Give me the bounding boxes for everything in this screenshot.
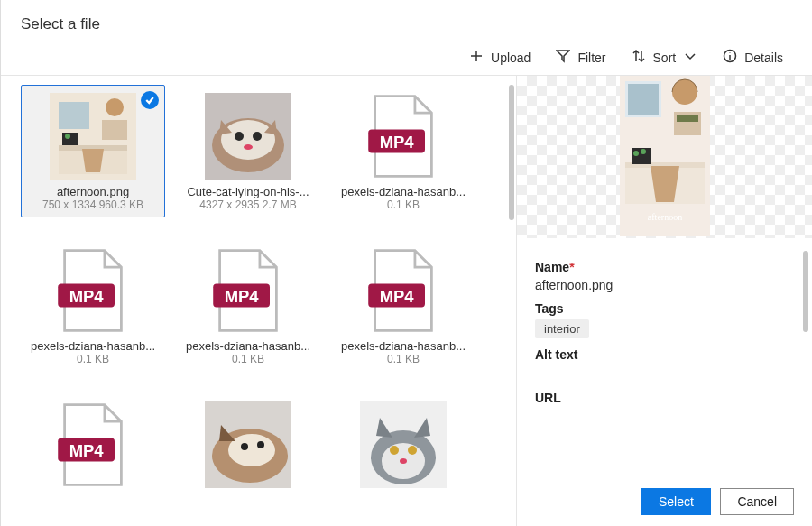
svg-point-3 (106, 98, 124, 116)
upload-button[interactable]: Upload (469, 49, 531, 66)
file-card[interactable]: MP4pexels-dziana-hasanb...0.1 KB (331, 239, 475, 372)
funnel-icon (556, 49, 570, 66)
detail-scrollbar[interactable] (803, 251, 808, 332)
svg-text:MP4: MP4 (225, 287, 260, 306)
file-meta: 750 x 1334 960.3 KB (42, 198, 143, 211)
file-thumb: MP4 (360, 93, 447, 180)
svg-rect-7 (62, 133, 78, 145)
svg-point-29 (257, 441, 264, 448)
sort-button[interactable]: Sort (632, 49, 698, 66)
file-name: pexels-dziana-hasanb... (31, 339, 155, 353)
details-button[interactable]: Details (723, 49, 783, 66)
details-label: Details (744, 51, 783, 65)
file-thumb: MP4 (205, 247, 291, 334)
file-card[interactable]: afternoon.png750 x 1334 960.3 KB (21, 85, 165, 217)
file-thumb (205, 93, 291, 180)
file-meta: 4327 x 2935 2.7 MB (199, 198, 296, 211)
file-thumb: MP4 (50, 401, 136, 488)
file-name: Cute-cat-lying-on-his-... (187, 185, 309, 198)
svg-point-27 (228, 434, 275, 466)
file-name: pexels-dziana-hasanb... (341, 339, 466, 353)
dialog-title: Select a file (21, 15, 100, 33)
sort-label: Sort (653, 51, 677, 65)
cancel-button[interactable]: Cancel (720, 488, 794, 515)
grid-scrollbar[interactable] (509, 85, 514, 220)
tag-chip[interactable]: interior (535, 319, 589, 338)
file-thumb: MP4 (50, 247, 136, 334)
svg-rect-2 (59, 102, 89, 129)
dialog-body: afternoon.png750 x 1334 960.3 KBCute-cat… (1, 76, 812, 526)
svg-text:afternoon: afternoon (647, 212, 681, 222)
file-card[interactable] (331, 393, 475, 500)
info-icon (723, 49, 737, 66)
side-panel: afternoon Name* afternoon.png Tags inter… (516, 76, 812, 526)
name-field-value[interactable]: afternoon.png (535, 278, 794, 292)
file-card[interactable]: MP4pexels-dziana-hasanb...0.1 KB (331, 85, 475, 217)
svg-rect-38 (628, 84, 659, 115)
svg-point-14 (244, 144, 253, 150)
file-name: afternoon.png (57, 185, 129, 198)
sort-icon (632, 49, 646, 66)
alttext-field-label: Alt text (535, 347, 794, 362)
svg-point-35 (400, 458, 407, 464)
file-card[interactable] (176, 393, 320, 500)
file-meta: 0.1 KB (232, 353, 264, 365)
svg-point-46 (641, 149, 646, 154)
svg-text:MP4: MP4 (69, 287, 105, 306)
file-meta: 0.1 KB (387, 198, 420, 211)
svg-text:MP4: MP4 (69, 441, 105, 460)
tags-field-label: Tags (535, 301, 794, 316)
chevron-down-icon (683, 49, 697, 66)
svg-point-45 (633, 151, 639, 156)
svg-point-12 (235, 132, 244, 141)
toolbar: Upload Filter Sort Details (1, 43, 812, 76)
svg-point-33 (390, 446, 399, 455)
plus-icon (469, 49, 484, 66)
file-thumb (205, 401, 291, 488)
url-field-label: URL (535, 391, 794, 405)
select-file-dialog: Select a file Upload Filter Sort Details… (0, 0, 812, 526)
file-name: pexels-dziana-hasanb... (186, 339, 310, 353)
file-card[interactable]: Cute-cat-lying-on-his-...4327 x 2935 2.7… (176, 85, 320, 217)
svg-rect-41 (677, 115, 698, 122)
file-thumb: MP4 (360, 247, 447, 334)
file-card[interactable]: MP4pexels-dziana-hasanb...0.1 KB (176, 239, 320, 372)
file-meta: 0.1 KB (387, 353, 420, 365)
preview-area: afternoon (517, 76, 812, 238)
filter-label: Filter (577, 51, 605, 65)
svg-rect-4 (102, 120, 127, 140)
file-thumb (50, 93, 136, 180)
select-button[interactable]: Select (641, 488, 711, 515)
svg-point-8 (65, 134, 70, 139)
filter-button[interactable]: Filter (556, 49, 605, 66)
svg-point-34 (408, 446, 417, 455)
svg-text:MP4: MP4 (380, 287, 415, 306)
svg-text:MP4: MP4 (380, 133, 415, 152)
close-icon[interactable] (785, 13, 792, 36)
dialog-footer: Select Cancel (623, 477, 812, 526)
svg-point-11 (221, 120, 275, 160)
file-grid-pane[interactable]: afternoon.png750 x 1334 960.3 KBCute-cat… (1, 76, 516, 526)
file-card[interactable]: MP4 (21, 393, 165, 500)
preview-image: afternoon (620, 76, 710, 236)
file-grid: afternoon.png750 x 1334 960.3 KBCute-cat… (21, 85, 511, 500)
file-card[interactable]: MP4pexels-dziana-hasanb...0.1 KB (21, 239, 165, 372)
upload-label: Upload (491, 51, 531, 65)
file-name: pexels-dziana-hasanb... (341, 185, 466, 198)
svg-point-28 (241, 443, 248, 450)
name-field-label: Name* (535, 260, 794, 274)
file-thumb (360, 401, 447, 488)
selected-check-icon (141, 91, 159, 109)
dialog-header: Select a file (1, 0, 812, 43)
svg-point-13 (253, 132, 262, 141)
file-meta: 0.1 KB (77, 353, 109, 365)
